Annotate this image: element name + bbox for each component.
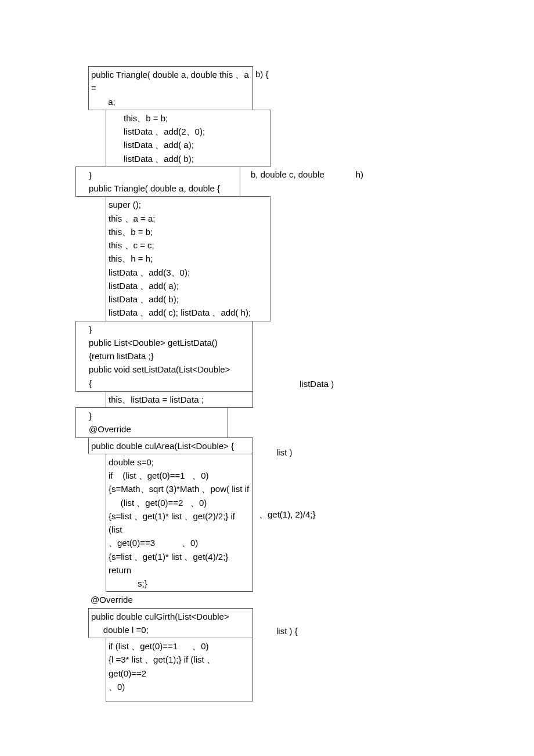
- code-line: public double culGirth(List<Double> doub…: [88, 608, 253, 639]
- code-line: listData 、add( a);: [109, 279, 268, 292]
- code-line: this 、c = c;: [109, 238, 268, 252]
- code-line: listData 、add(2、0);: [124, 125, 268, 138]
- code-line: public double culArea(List<Double> {: [88, 437, 253, 454]
- code-line: listData 、add(3、0);: [109, 266, 268, 279]
- code-fragment: b, double c, double: [240, 167, 327, 197]
- code-block: this、b = b; listData 、add(2、0); listData…: [106, 110, 270, 167]
- code-line: this、h = h;: [109, 252, 268, 265]
- code-line: this、b = b;: [109, 225, 268, 238]
- code-line: } @Override: [75, 407, 228, 438]
- code-line: listData 、add( b);: [109, 292, 268, 306]
- code-line: this、b = b;: [124, 111, 268, 125]
- code-line: @Override: [88, 592, 459, 607]
- code-block: double s=0; if (list 、get(0)==1 、0) {s=M…: [106, 454, 253, 592]
- code-block: super (); this 、a = a; this、b = b; this …: [106, 196, 270, 321]
- code-line: super ();: [109, 198, 268, 211]
- code-fragment: list ) {: [274, 623, 300, 639]
- code-line: listData 、add( b);: [124, 152, 268, 165]
- code-line: public Triangle( double a, double this 、…: [88, 66, 253, 110]
- code-line: this、listData = listData ;: [106, 391, 253, 408]
- code-fragment: listData ): [253, 376, 336, 392]
- code-fragment: h): [327, 167, 366, 197]
- code-line: } public List<Double> getListData() {ret…: [75, 321, 253, 392]
- code-line: listData 、add( c); listData 、add( h);: [109, 306, 268, 319]
- code-block: if (list 、get(0)==1 、0) {l =3* list 、get…: [106, 638, 253, 701]
- code-line: listData 、add( a);: [124, 138, 268, 151]
- code-fragment: list ): [274, 444, 295, 460]
- code-fragment: 、get(1), 2)/4;}: [257, 507, 318, 522]
- code-line: } public Triangle( double a, double {: [75, 167, 240, 197]
- code-fragment: b) {: [253, 66, 271, 110]
- code-line: this 、a = a;: [109, 212, 268, 225]
